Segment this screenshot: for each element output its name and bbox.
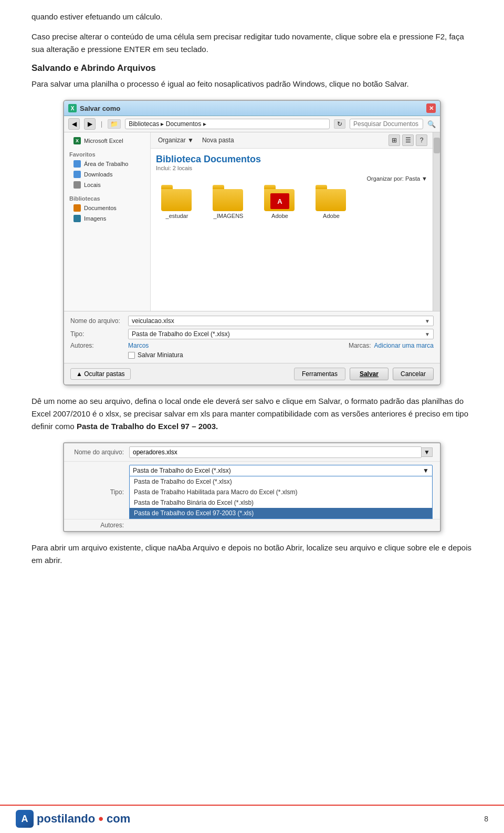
paragraph-4: Dê um nome ao seu arquivo, defina o loca… [32, 395, 472, 433]
nav-folder-icon: 📁 [108, 119, 121, 129]
tipo-value: Pasta de Trabalho do Excel (*.xlsx) [132, 330, 230, 338]
ferramentas-label: Ferramentas [302, 370, 338, 378]
footer-page-number: 8 [484, 815, 488, 823]
dialog-close-button[interactable]: ✕ [426, 103, 436, 113]
locais-label: Locais [84, 182, 101, 188]
save-dialog-screenshot: X Salvar como ✕ ◀ ▶ | 📁 Bibliotecas ▸ Do… [63, 100, 441, 386]
sidebar-item-downloads[interactable]: Downloads [64, 169, 150, 180]
folder-estudar-label: _estudar [166, 213, 188, 219]
dialog-body: X Microsoft Excel Favoritos Área de Trab… [64, 132, 440, 311]
sidebar-item-documentos[interactable]: Documentos [64, 203, 150, 213]
folder-estudar[interactable]: _estudar [156, 185, 198, 219]
view-icon-1[interactable]: ⊞ [388, 134, 400, 146]
desktop-label: Área de Trabalho [84, 161, 128, 167]
folder-adobe-1-icon: A [264, 185, 296, 211]
tipo-row: Tipo: Pasta de Trabalho do Excel (*.xlsx… [70, 329, 434, 339]
folder-adobe-1[interactable]: A Adobe [259, 185, 301, 219]
dialog-main-toolbar: Organizar ▼ Nova pasta ⊞ ☰ ? [151, 132, 433, 149]
dialog-toolbar: ◀ ▶ | 📁 Bibliotecas ▸ Documentos ▸ ↻ 🔍 [64, 116, 440, 132]
para2-text: Caso precise alterar o conteúdo de uma c… [32, 32, 464, 54]
autores-value: Marcos [128, 342, 149, 349]
sidebar-item-excel[interactable]: X Microsoft Excel [64, 136, 150, 146]
dropdown-dialog-screenshot: Nome do arquivo: ▼ Tipo: Pasta de Trabal… [63, 442, 441, 532]
dropdown-option-3[interactable]: Pasta de Trabalho Binária do Excel (*.xl… [130, 497, 432, 508]
footer-logo: A postilando • com [16, 810, 130, 828]
downloads-label: Downloads [84, 171, 112, 178]
footer-logo-name: postilando [37, 812, 95, 826]
salvar-button[interactable]: Salvar [350, 368, 388, 380]
sidebar-group-favoritos: Favoritos [64, 148, 150, 159]
dropdown-option-4[interactable]: Pasta de Trabalho do Excel 97-2003 (*.xl… [130, 508, 432, 518]
dialog2-tipo-arrow: ▼ [423, 467, 429, 474]
footer-logo-icon: A [16, 810, 34, 828]
tipo-dropdown[interactable]: Pasta de Trabalho do Excel (*.xlsx) ▼ [128, 329, 434, 339]
search-input[interactable] [350, 119, 423, 129]
autores-label: Autores: [70, 342, 128, 349]
ferramentas-button[interactable]: Ferramentas [294, 368, 345, 380]
dropdown-option-2[interactable]: Pasta de Trabalho Habilitada para Macro … [130, 487, 432, 497]
nav-forward-button[interactable]: ▶ [84, 118, 96, 130]
folder-imagens[interactable]: _IMAGENS [207, 185, 249, 219]
locais-icon [74, 181, 81, 189]
documentos-label: Documentos [84, 205, 117, 211]
organizar-por[interactable]: Organizar por: Pasta ▼ [156, 175, 427, 182]
downloads-icon [74, 171, 81, 178]
tipo-label: Tipo: [70, 330, 128, 338]
dialog2-tipo-selected-text: Pasta de Trabalho do Excel (*.xlsx) [133, 467, 231, 474]
imagens-icon [74, 215, 81, 222]
ocultar-button[interactable]: ▲ Ocultar pastas [70, 368, 131, 380]
filename-dropdown[interactable]: veiculacao.xlsx ▼ [128, 316, 434, 326]
desktop-icon [74, 160, 81, 168]
action-buttons: Ferramentas Salvar Cancelar [294, 368, 434, 380]
sidebar-item-desktop[interactable]: Área de Trabalho [64, 159, 150, 169]
para1-text: quando estiver efetuando um cálculo. [32, 12, 162, 21]
marcas-label: Marcas: [349, 342, 371, 349]
miniatura-checkbox[interactable] [128, 352, 135, 359]
folder-adobe-2[interactable]: Adobe [310, 185, 352, 219]
imagens-label: Imagens [84, 215, 106, 222]
filename-row: Nome do arquivo: veiculacao.xlsx ▼ [70, 316, 434, 326]
marcas-value: Adicionar uma marca [374, 342, 434, 349]
dialog-titlebar: X Salvar como ✕ [64, 101, 440, 116]
page-footer: A postilando • com 8 [0, 805, 504, 828]
documentos-icon [74, 204, 81, 212]
folder-estudar-icon [161, 185, 193, 211]
dialog2-tipo-selected[interactable]: Pasta de Trabalho do Excel (*.xlsx) ▼ [129, 465, 433, 476]
folder-adobe-2-label: Adobe [323, 213, 340, 219]
dialog2-filename-input[interactable] [129, 446, 422, 458]
dialog2-autores-row: Autores: [64, 519, 440, 531]
organize-button[interactable]: Organizar ▼ [156, 136, 196, 145]
dialog-titlebar-left: X Salvar como [68, 104, 120, 112]
filename-label: Nome do arquivo: [70, 317, 128, 325]
dialog-actions-row: ▲ Ocultar pastas Ferramentas Salvar Canc… [64, 363, 440, 384]
help-icon[interactable]: ? [416, 134, 427, 146]
search-icon[interactable]: 🔍 [427, 120, 436, 128]
toolbar-left: Organizar ▼ Nova pasta [156, 136, 236, 145]
dialog-title-icon: X [68, 104, 77, 112]
cancelar-button[interactable]: Cancelar [393, 368, 434, 380]
sidebar-item-locais[interactable]: Locais [64, 180, 150, 190]
folder-adobe-2-icon [316, 185, 347, 211]
miniatura-label: Salvar Miniatura [138, 351, 183, 359]
section-heading: Salvando e Abrindo Arquivos [32, 63, 472, 74]
breadcrumb[interactable]: Bibliotecas ▸ Documentos ▸ [125, 119, 330, 129]
sidebar-item-imagens[interactable]: Imagens [64, 213, 150, 224]
scrollbar[interactable] [433, 132, 440, 311]
view-icon-2[interactable]: ☰ [402, 134, 414, 146]
paragraph-1: quando estiver efetuando um cálculo. [32, 11, 472, 23]
dialog-bottom: Nome do arquivo: veiculacao.xlsx ▼ Tipo:… [64, 311, 440, 363]
dialog2-tipo-label: Tipo: [71, 488, 129, 496]
dialog2-filename-arrow[interactable]: ▼ [422, 447, 433, 457]
ocultar-label: ▲ Ocultar pastas [76, 370, 125, 378]
nova-pasta-button[interactable]: Nova pasta [200, 136, 236, 145]
adobe-logo-overlay: A [270, 193, 289, 209]
refresh-button[interactable]: ↻ [334, 119, 345, 129]
dialog2-tipo-dropdown-container: Pasta de Trabalho do Excel (*.xlsx) ▼ Pa… [129, 465, 433, 519]
dropdown-option-1[interactable]: Pasta de Trabalho do Excel (*.xlsx) [130, 476, 432, 487]
toolbar-right-icons: ⊞ ☰ ? [388, 134, 427, 146]
nav-back-button[interactable]: ◀ [68, 118, 80, 130]
paragraph-5: Para abrir um arquivo existente, clique … [32, 542, 472, 567]
nav-separator: | [101, 120, 102, 128]
lib-subtitle: Inclui: 2 locais [156, 165, 427, 171]
footer-logo-com: com [107, 812, 130, 826]
